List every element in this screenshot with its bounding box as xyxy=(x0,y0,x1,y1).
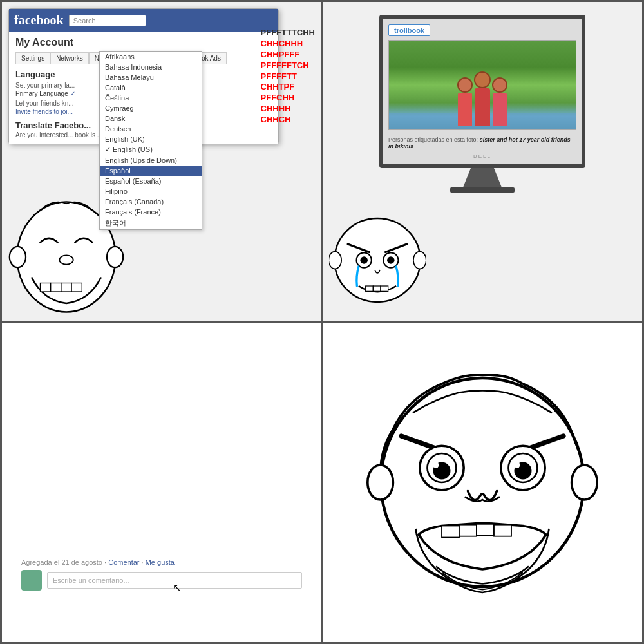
mega-rage-face xyxy=(366,366,598,598)
fb-search-box[interactable]: Search xyxy=(69,15,146,26)
svg-rect-14 xyxy=(373,286,381,291)
svg-point-12 xyxy=(387,256,395,264)
laugh-line-5: PFFFFTT xyxy=(261,71,315,82)
svg-point-31 xyxy=(368,465,393,500)
monitor-stand xyxy=(463,168,502,187)
woman-3 xyxy=(492,77,507,126)
fb-titlebar: facebook Search xyxy=(9,9,278,32)
lang-korean[interactable]: 한국어 xyxy=(100,217,202,229)
post-meta: Agregada el 21 de agosto · Comentar · Me… xyxy=(21,558,302,566)
lang-cymraeg[interactable]: Cymraeg xyxy=(100,103,202,113)
comic-grid: facebook Search My Account Settings Netw… xyxy=(0,0,644,644)
laugh-line-2: CHHCHHH xyxy=(261,39,315,50)
laugh-line-1: PFFFTTTCHH xyxy=(261,28,315,39)
lang-english-uk[interactable]: English (UK) xyxy=(100,134,202,144)
svg-point-7 xyxy=(107,247,123,267)
woman-1 xyxy=(457,77,473,126)
svg-rect-2 xyxy=(41,283,51,292)
laugh-line-6: CHHTPF xyxy=(261,82,315,93)
svg-rect-3 xyxy=(51,283,61,292)
svg-point-22 xyxy=(433,462,439,468)
svg-rect-5 xyxy=(71,283,82,292)
laugh-line-4: PFFFFFTCH xyxy=(261,61,315,71)
comment-avatar xyxy=(21,570,42,591)
cell-bottom-right xyxy=(322,322,643,643)
account-title: My Account xyxy=(15,37,272,48)
laugh-line-3: CHHPFFF xyxy=(261,50,315,61)
comment-placeholder: Escribe un comentario... xyxy=(53,576,129,584)
svg-point-16 xyxy=(329,252,341,269)
laugh-line-8: CHHHH xyxy=(261,104,315,115)
like-link[interactable]: Me gusta xyxy=(146,558,175,566)
lang-francais-canada[interactable]: Français (Canada) xyxy=(100,196,202,207)
lang-afrikaans[interactable]: Afrikaans xyxy=(100,52,202,62)
svg-rect-13 xyxy=(366,286,374,291)
svg-rect-30 xyxy=(494,525,511,536)
cell-bottom-left: Agregada el 21 de agosto · Comentar · Me… xyxy=(1,322,322,643)
lang-francais-france[interactable]: Français (France) xyxy=(100,207,202,217)
svg-rect-27 xyxy=(442,526,459,538)
lang-english-upsidedown[interactable]: English (Upside Down) xyxy=(100,155,202,166)
svg-point-17 xyxy=(413,252,426,269)
photo-area xyxy=(388,40,576,130)
lang-catala[interactable]: Català xyxy=(100,82,202,93)
language-dropdown[interactable]: Afrikaans Bahasa Indonesia Bahasa Melayu… xyxy=(99,51,202,230)
svg-point-10 xyxy=(360,256,368,264)
lang-espanol-espana[interactable]: Español (España) xyxy=(100,176,202,186)
comment-link[interactable]: Comentar xyxy=(108,558,139,566)
lang-espanol[interactable]: Español xyxy=(100,166,202,176)
lang-cestina[interactable]: Čeština xyxy=(100,93,202,103)
svg-rect-28 xyxy=(459,525,477,536)
lang-english-us[interactable]: English (US) xyxy=(100,144,202,155)
svg-point-32 xyxy=(572,465,598,500)
lang-dansk[interactable]: Dansk xyxy=(100,113,202,124)
svg-point-6 xyxy=(10,247,26,267)
svg-point-26 xyxy=(515,462,520,468)
svg-rect-15 xyxy=(381,286,388,291)
tab-settings[interactable]: Settings xyxy=(15,52,50,64)
laugh-line-7: PFFCHH xyxy=(261,93,315,104)
woman-2 xyxy=(474,71,491,126)
cell-top-right: trollbook xyxy=(322,1,643,322)
tab-networks[interactable]: Networks xyxy=(50,52,89,64)
lang-bahasa-indonesia[interactable]: Bahasa Indonesia xyxy=(100,62,202,72)
facebook-window: facebook Search My Account Settings Netw… xyxy=(8,8,279,144)
monitor: trollbook xyxy=(379,15,585,193)
monitor-base xyxy=(450,187,515,193)
fb-logo: facebook xyxy=(14,13,64,28)
svg-rect-29 xyxy=(477,524,494,536)
laugh-line-9: CHHCH xyxy=(261,115,315,126)
laugh-text: PFFFTTTCHH CHHCHHH CHHPFFF PFFFFFTCH PFF… xyxy=(261,28,315,126)
lang-deutsch[interactable]: Deutsch xyxy=(100,124,202,134)
trollbook-label: trollbook xyxy=(388,24,430,36)
fb-content: My Account Settings Networks Notificatio… xyxy=(9,32,278,144)
cell-top-left: facebook Search My Account Settings Netw… xyxy=(1,1,322,322)
monitor-brand: DELL xyxy=(388,153,576,159)
crying-rage-face xyxy=(329,212,426,308)
monitor-screen: trollbook xyxy=(379,15,585,168)
lang-filipino[interactable]: Filipino xyxy=(100,186,202,196)
photo-caption: Personas etiquetadas en esta foto: siste… xyxy=(388,134,576,152)
comment-area: Escribe un comentario... xyxy=(21,570,302,591)
primary-lang-link[interactable]: ✓ xyxy=(70,90,75,97)
cursor-arrow: ↖ xyxy=(173,582,181,594)
post-date: Agregada el 21 de agosto xyxy=(21,558,102,566)
svg-rect-4 xyxy=(61,283,71,292)
lang-bahasa-melayu[interactable]: Bahasa Melayu xyxy=(100,72,202,82)
women-figures xyxy=(457,77,507,129)
